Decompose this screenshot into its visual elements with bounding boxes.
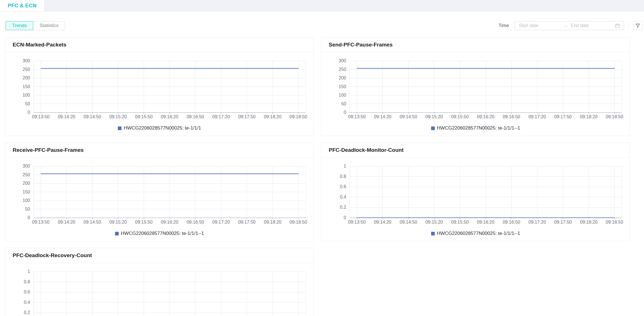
svg-text:50: 50 [341,101,346,106]
svg-text:09:18:20: 09:18:20 [580,114,597,119]
svg-text:0.4: 0.4 [24,300,30,305]
legend-marker-icon [431,232,435,235]
svg-text:09:14:50: 09:14:50 [84,220,101,224]
svg-text:09:18:50: 09:18:50 [606,114,623,119]
legend-item[interactable]: HWCG2206028577N00025: te-1/1/1--1 [431,125,520,131]
svg-text:09:14:20: 09:14:20 [58,114,75,119]
statistics-button[interactable]: Statistics [33,21,65,30]
svg-text:0: 0 [344,110,346,115]
svg-text:09:18:20: 09:18:20 [264,114,281,119]
toolbar-divider [629,23,629,29]
svg-text:09:14:50: 09:14:50 [400,114,417,119]
legend-label: HWCG2206028577N00025: te-1/1/1--1 [121,231,204,236]
svg-text:09:16:50: 09:16:50 [503,220,520,224]
svg-text:0.8: 0.8 [24,279,30,284]
svg-text:09:15:20: 09:15:20 [425,114,443,119]
svg-text:300: 300 [339,58,346,63]
chart-card-pfc-deadlock-recovery-count: PFC-Deadlock-Recovery-Count 00.20.40.60.… [5,248,314,316]
svg-text:09:15:50: 09:15:50 [135,114,152,119]
svg-text:09:13:50: 09:13:50 [32,220,49,224]
chart-card-ecn-marked-packets: ECN-Marked-Packets 05010015020025030009:… [5,37,314,136]
tab-pfc-ecn[interactable]: PFC & ECN [0,0,44,11]
chart-canvas: 00.20.40.60.8109:13:5009:14:2009:14:5009… [5,263,314,316]
chart-title: ECN-Marked-Packets [5,37,314,52]
toolbar: Trends Statistics Time → [0,12,644,34]
legend-label: HWCG2206028577N00025: te-1/1/1 [124,125,201,131]
chart-legend: HWCG2206028577N00025: te-1/1/1 [5,125,314,131]
legend-item[interactable]: HWCG2206028577N00025: te-1/1/1 [118,125,201,131]
svg-text:09:14:50: 09:14:50 [400,220,417,224]
svg-text:09:13:50: 09:13:50 [348,220,366,224]
svg-text:0.4: 0.4 [340,195,346,199]
svg-text:09:16:50: 09:16:50 [503,114,520,119]
tab-label: PFC & ECN [8,3,36,9]
svg-text:09:13:50: 09:13:50 [32,114,49,119]
svg-text:09:17:20: 09:17:20 [528,220,546,224]
svg-text:100: 100 [339,93,346,97]
svg-text:200: 200 [22,75,30,80]
svg-text:09:17:50: 09:17:50 [238,114,256,119]
legend-item[interactable]: HWCG2206028577N00025: te-1/1/1--1 [115,231,204,236]
svg-text:0.8: 0.8 [340,174,346,179]
svg-text:09:13:50: 09:13:50 [348,114,366,119]
svg-text:09:17:20: 09:17:20 [528,114,546,119]
svg-text:100: 100 [22,198,30,203]
svg-text:09:15:20: 09:15:20 [109,220,127,224]
calendar-icon [615,23,620,28]
svg-text:0.2: 0.2 [24,310,30,315]
chart-legend: HWCG2206028577N00025: te-1/1/1--1 [5,231,314,236]
chart-canvas: 05010015020025030009:13:5009:14:2009:14:… [321,52,630,121]
svg-text:09:17:50: 09:17:50 [554,114,572,119]
svg-text:1: 1 [344,164,346,168]
filter-button[interactable] [633,21,642,30]
svg-text:09:17:50: 09:17:50 [554,220,572,224]
chart-canvas: 00.20.40.60.8109:13:5009:14:2009:14:5009… [321,158,630,227]
chart-card-receive-pfc-pause-frames: Receive-PFC-Pause-Frames 050100150200250… [5,143,314,241]
svg-text:250: 250 [339,67,346,72]
svg-text:200: 200 [22,181,30,186]
svg-text:09:15:50: 09:15:50 [451,114,469,119]
svg-text:09:18:50: 09:18:50 [290,114,307,119]
svg-text:09:14:20: 09:14:20 [374,114,391,119]
svg-text:09:15:20: 09:15:20 [425,220,443,224]
svg-text:250: 250 [22,67,30,72]
svg-text:300: 300 [22,164,30,168]
svg-text:09:16:20: 09:16:20 [161,220,178,224]
svg-text:50: 50 [25,101,30,106]
svg-text:150: 150 [339,84,346,89]
chart-title: Send-PFC-Pause-Frames [321,37,630,52]
svg-text:09:16:20: 09:16:20 [477,220,494,224]
start-date-input[interactable] [519,23,561,28]
svg-text:09:18:50: 09:18:50 [290,220,307,224]
svg-text:09:14:20: 09:14:20 [58,220,75,224]
svg-text:200: 200 [339,75,346,80]
tab-bar: PFC & ECN [0,0,644,12]
svg-text:09:18:50: 09:18:50 [606,220,623,224]
svg-text:50: 50 [25,207,30,212]
svg-text:150: 150 [22,84,30,89]
legend-label: HWCG2206028577N00025: te-1/1/1--1 [437,231,520,236]
chart-canvas: 05010015020025030009:13:5009:14:2009:14:… [5,158,314,227]
svg-text:09:14:20: 09:14:20 [374,220,391,224]
chart-title: PFC-Deadlock-Recovery-Count [5,248,314,263]
end-date-input[interactable] [571,23,613,28]
svg-text:09:15:50: 09:15:50 [135,220,152,224]
legend-marker-icon [115,232,119,235]
chart-title: Receive-PFC-Pause-Frames [5,143,314,158]
svg-text:09:17:20: 09:17:20 [212,220,230,224]
chart-card-pfc-deadlock-monitor-count: PFC-Deadlock-Monitor-Count 00.20.40.60.8… [321,143,630,241]
legend-item[interactable]: HWCG2206028577N00025: te-1/1/1--1 [431,231,520,236]
legend-marker-icon [431,126,435,130]
svg-text:250: 250 [22,172,30,177]
svg-text:0: 0 [344,215,346,220]
svg-text:0: 0 [28,110,30,115]
chart-canvas: 05010015020025030009:13:5009:14:2009:14:… [5,52,314,121]
time-label: Time [499,23,509,28]
trends-button[interactable]: Trends [6,21,33,30]
chart-legend: HWCG2206028577N00025: te-1/1/1--1 [321,231,630,236]
date-range-picker[interactable]: → [515,21,624,30]
svg-text:09:16:50: 09:16:50 [186,220,204,224]
svg-text:0.2: 0.2 [340,205,346,210]
toolbar-right: Time → [499,21,642,30]
svg-text:09:17:50: 09:17:50 [238,220,256,224]
